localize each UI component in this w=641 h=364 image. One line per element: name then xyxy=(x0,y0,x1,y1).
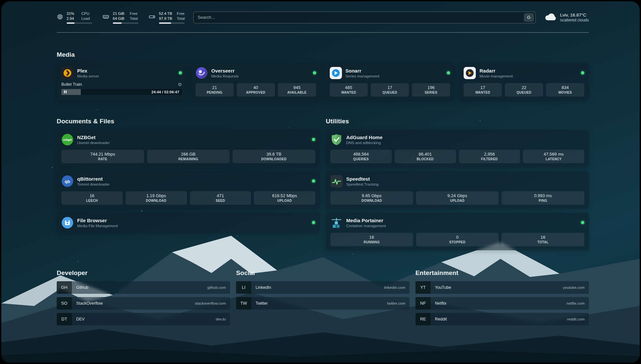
bookmark-url: stackoverflow.com xyxy=(195,301,230,305)
stat-downloaded: 39.6 TBDOWNLOADED xyxy=(232,150,315,163)
service-name: Radarr xyxy=(479,68,513,74)
service-description: Media File Management xyxy=(77,224,118,228)
bookmark-netflix[interactable]: NF Netflix netflix.com xyxy=(415,297,589,310)
top-bar: 31% CPU 2.94 Load xyxy=(57,11,589,24)
service-card-speedtest[interactable]: Speedtest Speedtest Tracking 9.65 GbpsDO… xyxy=(326,171,589,209)
status-online-dot xyxy=(312,138,315,141)
stat-available: 945AVAILABLE xyxy=(278,83,316,97)
cloud-icon xyxy=(544,12,556,23)
status-online-dot xyxy=(447,71,450,75)
cpu-widget: 31% CPU 2.94 Load xyxy=(57,11,92,24)
stat-download: 9.65 GbpsDOWNLOAD xyxy=(330,191,413,205)
stat-latency: 47.569 msLATENCY xyxy=(523,150,584,163)
service-card-filebrowser[interactable]: File Browser Media File Management xyxy=(57,213,320,233)
search-engine-button[interactable]: G xyxy=(524,13,534,22)
stat-pending: 21PENDING xyxy=(196,83,234,97)
bookmark-reddit[interactable]: RE Reddit reddit.com xyxy=(415,313,589,325)
now-playing-title: Bullet Train xyxy=(61,82,82,87)
service-card-qbittorrent[interactable]: qb qBittorrent Torrent downloader 16LEEC… xyxy=(57,171,320,209)
service-name: AdGuard Home xyxy=(346,135,382,140)
bookmark-url: dev.to xyxy=(216,317,230,321)
stat-approved: 40APPROVED xyxy=(237,83,275,97)
service-description: Movie management xyxy=(479,74,513,78)
cpu-label: CPU xyxy=(81,11,92,16)
resource-widgets: 31% CPU 2.94 Load xyxy=(57,11,185,24)
adguard-icon xyxy=(330,134,343,146)
section-title-social: Social xyxy=(236,269,410,277)
section-title-utilities: Utilities xyxy=(326,118,589,125)
service-card-sonarr[interactable]: Sonarr Series management 485WANTED 17QUE… xyxy=(325,63,455,101)
stat-queries: 498,564QUERIES xyxy=(330,150,392,163)
bookmark-youtube[interactable]: YT YouTube youtube.com xyxy=(415,281,589,294)
service-card-portainer[interactable]: Media Portainer Container management 16R… xyxy=(326,213,589,250)
playback-progress-bar[interactable]: 24:44 / 02:06:47 xyxy=(61,89,182,95)
speedtest-icon xyxy=(330,175,343,187)
bookmark-url: reddit.com xyxy=(567,317,589,321)
service-description: Media server xyxy=(77,74,99,78)
cpu-load-label: Load xyxy=(81,16,92,21)
stat-stopped: 0STOPPED xyxy=(416,233,499,246)
section-title-entertainment: Entertainment xyxy=(415,269,589,277)
gear-icon[interactable]: ⚙ xyxy=(178,82,182,87)
bookmark-github[interactable]: GH Github github.com xyxy=(57,281,230,294)
cpu-progress-bar xyxy=(67,22,92,24)
svg-text:qb: qb xyxy=(65,179,70,184)
bookmark-abbr: DT xyxy=(57,313,72,325)
service-card-plex[interactable]: Plex Media server Bullet Train ⚙ 24:44 /… xyxy=(57,63,187,101)
cpu-load-value: 2.94 xyxy=(67,16,77,21)
ram-free-value: 21 GiB xyxy=(113,11,125,16)
service-description: Series management xyxy=(346,74,380,78)
search-bar[interactable]: G xyxy=(193,12,535,23)
bookmark-name: YouTube xyxy=(431,285,451,290)
ram-free-label: Free xyxy=(130,11,138,16)
stat-queued: 17QUEUED xyxy=(371,83,409,97)
bookmark-name: DEV xyxy=(72,317,85,321)
service-card-overseerr[interactable]: Overseerr Media Requests 21PENDING 40APP… xyxy=(191,63,321,101)
service-name: qBittorrent xyxy=(77,176,109,182)
sonarr-icon xyxy=(330,67,342,79)
service-card-radarr[interactable]: Radarr Movie management 17WANTED 22QUEUE… xyxy=(459,63,589,101)
bookmark-twitter[interactable]: TW Twitter twitter.com xyxy=(236,297,410,310)
stat-series: 196SERIES xyxy=(412,83,450,97)
cpu-percent: 31% xyxy=(67,11,77,16)
service-card-nzbget[interactable]: nzbget NZBGet Usenet downloader 744.21 M… xyxy=(57,130,320,167)
disk-free-value: 52.4 TB xyxy=(159,11,172,16)
disk-widget: 52.4 TB Free 97.9 TB Total xyxy=(148,11,185,24)
stat-seed: 471SEED xyxy=(190,191,251,205)
bookmark-abbr: RE xyxy=(415,313,431,325)
nzbget-icon: nzbget xyxy=(61,134,74,146)
stat-queued: 22QUEUED xyxy=(505,83,543,97)
disk-total-label: Total xyxy=(177,16,185,21)
service-description: Speedtest Tracking xyxy=(346,182,379,186)
stat-wanted: 17WANTED xyxy=(464,83,502,97)
bookmark-dev[interactable]: DT DEV dev.to xyxy=(57,313,230,325)
stat-download: 1.19 GbpsDOWNLOAD xyxy=(126,191,187,205)
svg-text:nzbget: nzbget xyxy=(63,138,72,141)
search-input[interactable] xyxy=(198,15,524,20)
status-online-dot xyxy=(312,179,315,183)
service-name: Overseerr xyxy=(211,68,239,74)
section-title-documents: Documents & Files xyxy=(57,118,320,125)
bookmark-abbr: GH xyxy=(57,281,72,294)
dashboard-window: 31% CPU 2.94 Load xyxy=(1,1,640,363)
bookmark-stackoverflow[interactable]: SO StackOverflow stackoverflow.com xyxy=(57,297,230,310)
ram-progress-bar xyxy=(113,22,138,24)
pause-icon[interactable] xyxy=(64,90,67,93)
weather-widget: Lviv, 16.87°C scattered clouds xyxy=(544,12,589,23)
ram-total-label: Total xyxy=(130,16,138,21)
bookmark-url: netflix.com xyxy=(566,301,589,305)
stat-upload: 618.52 MbpsUPLOAD xyxy=(254,191,315,205)
service-name: Plex xyxy=(77,68,99,74)
section-title-media: Media xyxy=(57,51,589,58)
service-description: Media Requests xyxy=(211,74,239,78)
bookmark-url: twitter.com xyxy=(387,301,410,305)
service-card-adguard[interactable]: AdGuard Home DNS and adblocking 498,564Q… xyxy=(326,130,589,167)
stat-running: 16RUNNING xyxy=(330,233,413,246)
disk-icon xyxy=(148,14,156,21)
bookmark-linkedin[interactable]: LI LinkedIn linkedin.com xyxy=(236,281,410,294)
status-online-dot xyxy=(313,71,316,75)
status-online-dot xyxy=(179,71,182,75)
disk-total-value: 97.9 TB xyxy=(159,16,172,21)
section-title-developer: Developer xyxy=(57,269,230,277)
bookmark-name: Reddit xyxy=(431,317,447,321)
